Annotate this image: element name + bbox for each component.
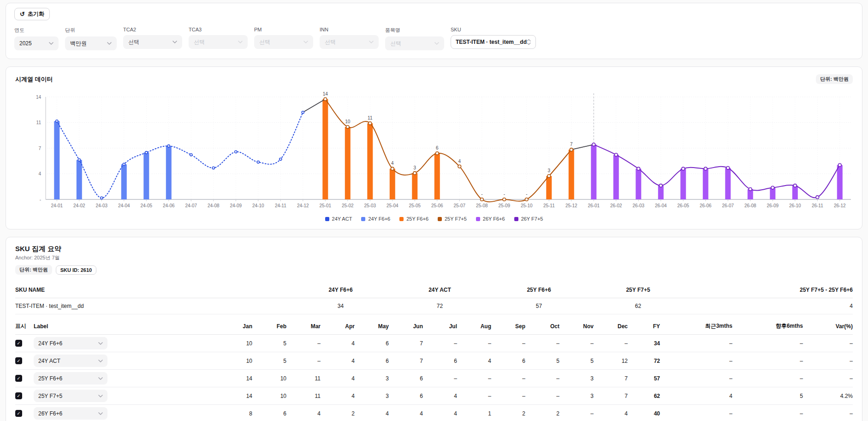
chevron-down-icon xyxy=(369,41,374,43)
row-label-value: 26Y F6+6 xyxy=(38,410,62,417)
tca3-selected-value: 선택 xyxy=(194,38,205,46)
year-selected-value: 2025 xyxy=(19,40,32,47)
month-value-cell: 1 xyxy=(457,410,491,417)
svg-text:24-05: 24-05 xyxy=(141,203,153,208)
svg-text:10: 10 xyxy=(345,119,351,124)
row-visibility-checkbox[interactable]: ✓ xyxy=(15,392,22,399)
row-label-select[interactable]: 25Y F7+5 xyxy=(34,390,107,402)
svg-text:25-01: 25-01 xyxy=(320,203,332,208)
svg-text:-: - xyxy=(504,192,505,197)
year-select[interactable]: 2025 xyxy=(14,36,59,50)
month-value-cell: – xyxy=(559,340,594,347)
sku-id-badge: SKU ID: 2610 xyxy=(56,265,96,275)
pm-selected-value: 선택 xyxy=(259,38,270,46)
pivot-value-cell: 62 xyxy=(589,298,688,314)
row-label-select[interactable]: 24Y F6+6 xyxy=(34,337,107,349)
month-value-cell: 11 xyxy=(286,393,321,399)
filter-year: 연도2025 xyxy=(14,27,59,50)
legend-item-24y-act: 24Y ACT xyxy=(325,216,352,222)
filter-row: 연도2025단위백만원TCA2선택TCA3선택PM선택INN선택품목명선택SKU… xyxy=(14,27,854,50)
recent3-value-cell: – xyxy=(660,410,732,417)
pivot-header: 25Y F6+6 xyxy=(489,282,589,298)
svg-text:11: 11 xyxy=(368,115,373,120)
filter-pm: PM선택 xyxy=(254,27,313,50)
legend-swatch xyxy=(361,217,365,221)
unit-select[interactable]: 백만원 xyxy=(65,36,117,50)
row-visibility-checkbox[interactable]: ✓ xyxy=(15,340,22,347)
month-header: Dec xyxy=(594,319,628,334)
svg-text:24-08: 24-08 xyxy=(208,203,220,208)
month-value-cell: 4 xyxy=(457,358,491,364)
reset-button[interactable]: ↺ 초기화 xyxy=(14,8,50,20)
month-value-cell: 4 xyxy=(286,410,321,417)
chart-unit-badge: 단위: 백만원 xyxy=(816,74,853,84)
show-header: 표시 xyxy=(15,318,34,334)
row-visibility-checkbox[interactable]: ✓ xyxy=(15,410,22,417)
month-value-cell: – xyxy=(457,393,491,399)
month-value-cell: 10 xyxy=(252,393,286,399)
svg-text:26-12: 26-12 xyxy=(834,203,846,208)
month-value-cell: 6 xyxy=(389,375,423,382)
svg-text:6: 6 xyxy=(436,145,439,150)
month-value-cell: – xyxy=(423,375,457,382)
var-value-cell: 4.2% xyxy=(803,393,853,399)
svg-text:3: 3 xyxy=(548,168,551,173)
month-value-cell: 12 xyxy=(594,358,628,364)
pivot-header-row: SKU NAME24Y F6+624Y ACT25Y F6+625Y F7+52… xyxy=(15,282,853,298)
row-label-select[interactable]: 24Y ACT xyxy=(34,355,107,367)
label-cell: 24Y F6+6 xyxy=(34,337,218,349)
month-value-cell: 4 xyxy=(389,410,423,417)
row-visibility-checkbox[interactable]: ✓ xyxy=(15,375,22,382)
tca2-select[interactable]: 선택 xyxy=(123,35,182,49)
svg-text:24-06: 24-06 xyxy=(163,203,175,208)
svg-text:26-08: 26-08 xyxy=(744,203,756,208)
row-label-select[interactable]: 25Y F6+6 xyxy=(34,372,107,385)
chevron-down-icon xyxy=(434,42,439,45)
inn-selected-value: 선택 xyxy=(325,38,336,46)
filter-tca2: TCA2선택 xyxy=(123,27,182,50)
chart-legend: 24Y ACT24Y F6+625Y F6+625Y F7+526Y F6+62… xyxy=(15,216,853,223)
reset-button-label: 초기화 xyxy=(28,10,44,18)
legend-item-25y-f6-6: 25Y F6+6 xyxy=(399,216,428,222)
row-visibility-checkbox[interactable]: ✓ xyxy=(15,357,22,364)
svg-text:25-12: 25-12 xyxy=(565,203,577,208)
monthly-table: 표시LabelJanFebMarAprMayJunJulAugSepOctNov… xyxy=(15,318,853,421)
svg-text:-: - xyxy=(40,197,41,202)
month-value-cell: – xyxy=(457,340,491,347)
var-header: Var(%) xyxy=(803,319,853,334)
line-24y-act xyxy=(56,111,304,199)
next6-value-cell: – xyxy=(732,340,803,347)
fy-value-cell: 57 xyxy=(628,375,660,382)
svg-text:24-09: 24-09 xyxy=(230,203,242,208)
month-value-cell: 10 xyxy=(252,375,286,382)
timeseries-chart: -47111424-0124-0224-0324-0424-0524-0624-… xyxy=(15,89,853,214)
row-label-select[interactable]: 26Y F6+6 xyxy=(34,407,107,420)
legend-label: 24Y ACT xyxy=(332,216,352,222)
pivot-value-cell: 57 xyxy=(489,298,589,314)
sku-select[interactable]: TEST-ITEM · test_item__dd xyxy=(451,35,536,49)
chevron-down-icon xyxy=(98,342,103,345)
svg-text:26-07: 26-07 xyxy=(722,203,734,208)
legend-swatch xyxy=(325,217,329,221)
svg-text:4: 4 xyxy=(391,161,394,166)
pivot-row: TEST-ITEM · test_item__dd347257624 xyxy=(15,298,853,314)
chevron-down-icon xyxy=(238,41,243,43)
table-row: ✓25Y F6+6141011436––––3757––– xyxy=(15,370,853,387)
legend-item-25y-f7-5: 25Y F7+5 xyxy=(438,216,467,222)
legend-swatch xyxy=(438,217,442,221)
month-value-cell: 5 xyxy=(559,358,594,364)
chevron-down-icon xyxy=(98,360,103,362)
filter-label-tca3: TCA3 xyxy=(189,27,248,32)
filter-tca3: TCA3선택 xyxy=(189,27,248,50)
month-value-cell: 4 xyxy=(594,410,628,417)
svg-text:25-06: 25-06 xyxy=(431,203,443,208)
month-header: Feb xyxy=(252,319,286,334)
y-axis: -471114 xyxy=(36,95,46,202)
month-value-cell: 5 xyxy=(252,358,286,364)
svg-text:26-04: 26-04 xyxy=(655,203,667,208)
filter-label-inn: INN xyxy=(320,27,379,32)
selector-icon xyxy=(527,39,531,45)
label-cell: 25Y F7+5 xyxy=(34,390,218,402)
month-value-cell: 4 xyxy=(321,393,355,399)
pivot-value-cell: 4 xyxy=(688,298,853,314)
